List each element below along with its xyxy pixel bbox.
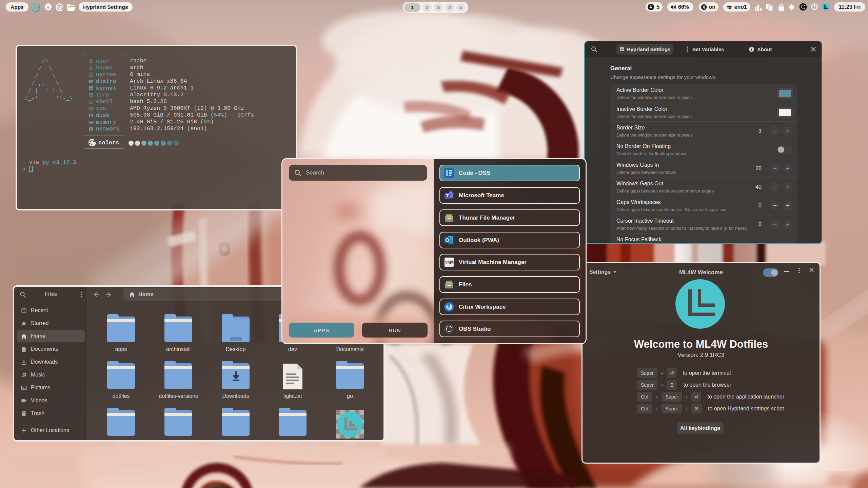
svg-text:M: M bbox=[450, 260, 453, 265]
svg-text:AI: AI bbox=[34, 6, 37, 9]
svg-text:IP: IP bbox=[90, 128, 92, 130]
